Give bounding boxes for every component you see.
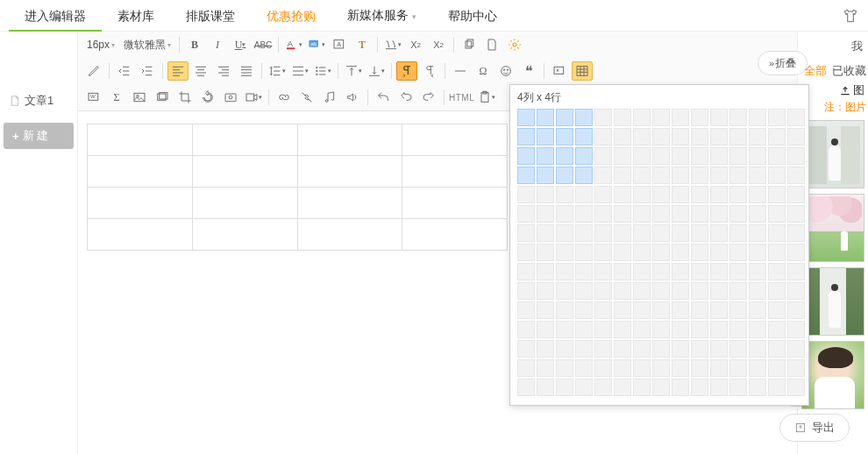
table-cell[interactable] (88, 188, 193, 219)
table-picker-cell[interactable] (787, 359, 805, 377)
table-picker-cell[interactable] (691, 282, 708, 300)
table-picker-cell[interactable] (749, 205, 766, 223)
align-right-button[interactable] (213, 61, 234, 81)
table-picker-cell[interactable] (672, 282, 689, 300)
nav-tab-promo[interactable]: 优惠抢购 (251, 1, 331, 31)
table-picker-cell[interactable] (575, 321, 593, 338)
table-picker-cell[interactable] (614, 167, 631, 184)
table-picker-cell[interactable] (710, 321, 728, 338)
table-picker-cell[interactable] (691, 340, 708, 358)
table-picker-cell[interactable] (633, 321, 651, 338)
table-picker-cell[interactable] (537, 321, 554, 338)
table-picker-cell[interactable] (787, 109, 805, 126)
align-left-button[interactable] (167, 61, 189, 81)
table-picker-cell[interactable] (691, 224, 708, 242)
multi-image-button[interactable] (152, 88, 173, 107)
table-picker-cell[interactable] (672, 263, 689, 280)
table-picker-cell[interactable] (614, 340, 631, 358)
image-thumb[interactable] (801, 267, 864, 336)
table-picker-cell[interactable] (672, 321, 689, 338)
audio-button[interactable] (342, 88, 363, 107)
table-picker-cell[interactable] (672, 224, 689, 242)
table-picker-cell[interactable] (691, 359, 708, 377)
bold-button[interactable]: B (184, 35, 205, 54)
table-picker-cell[interactable] (537, 167, 554, 184)
tshirt-icon[interactable] (842, 7, 859, 25)
margin-bottom-button[interactable]: ▾ (366, 61, 387, 81)
subscript-button[interactable]: X2 (428, 35, 449, 54)
table-picker-cell[interactable] (768, 340, 786, 358)
table-picker-cell[interactable] (652, 205, 670, 223)
table-picker-cell[interactable] (537, 301, 554, 319)
table-picker-cell[interactable] (594, 167, 612, 184)
table-picker-cell[interactable] (633, 359, 651, 377)
table-picker-cell[interactable] (729, 128, 747, 145)
table-picker-cell[interactable] (537, 109, 554, 126)
table-picker-grid[interactable] (517, 109, 801, 396)
copy-button[interactable] (459, 35, 480, 54)
settings-button[interactable] (504, 35, 525, 54)
table-picker-cell[interactable] (594, 263, 612, 280)
table-picker-cell[interactable] (787, 263, 805, 280)
table-picker-cell[interactable] (672, 340, 689, 358)
table-picker-cell[interactable] (556, 359, 573, 377)
table-picker-cell[interactable] (594, 379, 612, 396)
table-picker-cell[interactable] (614, 244, 631, 261)
table-picker-cell[interactable] (633, 282, 651, 300)
table-picker-cell[interactable] (691, 147, 708, 165)
music-button[interactable] (319, 88, 340, 107)
table-picker-cell[interactable] (517, 340, 535, 358)
table-picker-cell[interactable] (614, 359, 631, 377)
indent-button[interactable] (137, 61, 158, 81)
table-picker-cell[interactable] (672, 128, 689, 145)
table-picker-cell[interactable] (691, 244, 708, 261)
table-picker-cell[interactable] (517, 301, 535, 319)
sigma-button[interactable]: Σ (106, 88, 127, 107)
subtab-all[interactable]: 全部 (804, 63, 827, 79)
right-tab-my[interactable]: 我 (851, 39, 863, 54)
table-picker-cell[interactable] (749, 224, 766, 242)
table-picker-cell[interactable] (633, 224, 651, 242)
table-picker-cell[interactable] (594, 321, 612, 338)
crop-button[interactable] (174, 88, 196, 107)
table-picker-cell[interactable] (787, 186, 805, 203)
table-picker-cell[interactable] (614, 379, 631, 396)
table-picker-cell[interactable] (575, 167, 593, 184)
table-picker-cell[interactable] (614, 321, 631, 338)
table-picker-cell[interactable] (672, 167, 689, 184)
special-char-button[interactable]: Ω (473, 61, 494, 81)
find-replace-button[interactable] (549, 61, 570, 81)
table-picker-cell[interactable] (729, 186, 747, 203)
table-cell[interactable] (192, 188, 297, 219)
strikethrough-button[interactable]: ABC (253, 35, 274, 54)
table-picker-cell[interactable] (633, 167, 651, 184)
font-family-select[interactable]: 微软雅黑▾ (120, 36, 174, 54)
table-picker-cell[interactable] (556, 244, 573, 261)
subtab-fav[interactable]: 已收藏 (832, 63, 866, 79)
table-picker-cell[interactable] (517, 244, 535, 261)
table-picker-cell[interactable] (594, 340, 612, 358)
table-picker-cell[interactable] (768, 167, 786, 184)
nav-tab-material[interactable]: 素材库 (102, 1, 170, 31)
table-picker-cell[interactable] (652, 109, 670, 126)
table-picker-cell[interactable] (749, 301, 766, 319)
table-picker-cell[interactable] (652, 340, 670, 358)
image-thumb[interactable] (801, 120, 864, 188)
letter-spacing-button[interactable]: ▾ (382, 35, 403, 54)
table-picker-cell[interactable] (729, 379, 747, 396)
table-picker-cell[interactable] (517, 167, 535, 184)
table-picker-cell[interactable] (691, 321, 708, 338)
table-picker-cell[interactable] (556, 205, 573, 223)
table-picker-cell[interactable] (575, 340, 593, 358)
italic-button[interactable]: I (207, 35, 228, 54)
table-picker-cell[interactable] (517, 128, 535, 145)
table-picker-cell[interactable] (517, 205, 535, 223)
table-picker-cell[interactable] (556, 186, 573, 203)
image-thumb[interactable] (801, 341, 864, 409)
table-picker-cell[interactable] (768, 186, 786, 203)
table-picker-cell[interactable] (729, 340, 747, 358)
table-picker-cell[interactable] (710, 263, 728, 280)
table-picker-cell[interactable] (537, 186, 554, 203)
clipboard-button[interactable]: ▾ (476, 88, 497, 107)
clear-format-button[interactable] (83, 61, 104, 81)
